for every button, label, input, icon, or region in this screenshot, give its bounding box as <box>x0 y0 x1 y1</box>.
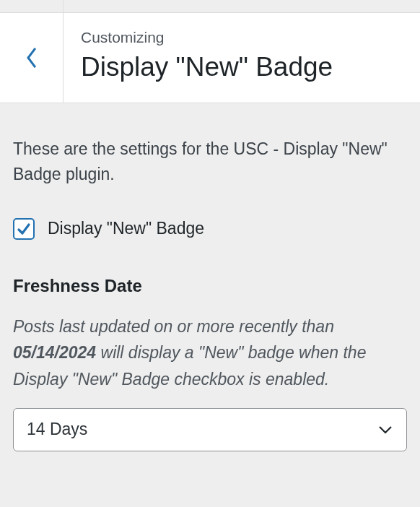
display-badge-checkbox[interactable] <box>13 218 35 240</box>
freshness-description: Posts last updated on or more recently t… <box>13 313 407 392</box>
back-button[interactable] <box>0 13 64 103</box>
check-icon <box>17 222 31 236</box>
customizer-header: Customizing Display "New" Badge <box>0 13 420 103</box>
display-badge-label[interactable]: Display "New" Badge <box>48 219 204 238</box>
top-strip-left <box>0 0 64 12</box>
section-description: These are the settings for the USC - Dis… <box>13 136 407 188</box>
freshness-heading: Freshness Date <box>13 276 407 296</box>
freshness-desc-pre: Posts last updated on or more recently t… <box>13 317 334 336</box>
display-badge-control: Display "New" Badge <box>13 218 407 240</box>
chevron-down-icon <box>377 425 393 435</box>
freshness-select-value: 14 Days <box>27 420 87 439</box>
freshness-date: 05/14/2024 <box>13 343 96 362</box>
freshness-select[interactable]: 14 Days <box>13 408 407 451</box>
top-strip <box>0 0 420 13</box>
page-title: Display "New" Badge <box>81 51 406 83</box>
content-area: These are the settings for the USC - Dis… <box>0 103 420 464</box>
header-title-area: Customizing Display "New" Badge <box>64 13 420 103</box>
header-eyebrow: Customizing <box>81 27 406 47</box>
chevron-left-icon <box>24 46 40 70</box>
